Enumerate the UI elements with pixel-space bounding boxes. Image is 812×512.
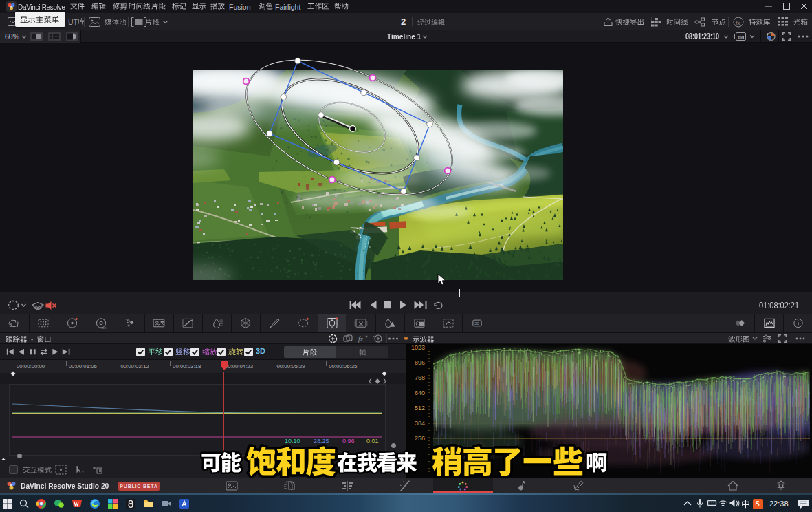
svg-text:HQ: HQ: [739, 36, 743, 39]
svg-text:fx: fx: [736, 19, 740, 26]
svg-text:3D: 3D: [474, 321, 479, 326]
svg-text:fx: fx: [358, 336, 364, 343]
svg-text:HDR: HDR: [101, 327, 107, 330]
